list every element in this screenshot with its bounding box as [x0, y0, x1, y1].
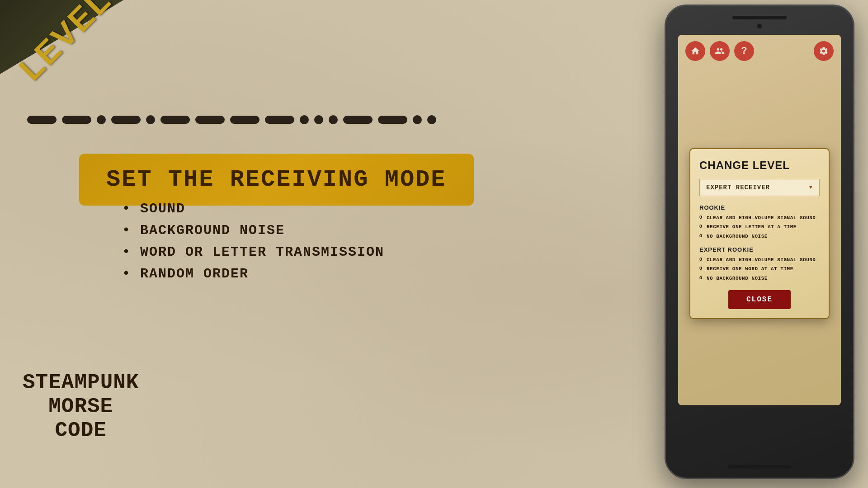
app-title-line2: MORSE [23, 395, 139, 419]
morse-dash [265, 116, 294, 124]
rookie-item-2: RECEIVE ONE LETTER AT A TIME [699, 224, 820, 230]
morse-dash [230, 116, 259, 124]
app-title: STEAMPUNK MORSE CODE [23, 371, 139, 443]
morse-dot [413, 115, 422, 124]
morse-dash [195, 116, 225, 124]
morse-dash [378, 116, 407, 124]
app-title-line3: CODE [23, 419, 139, 443]
morse-dot [97, 115, 106, 124]
rookie-item-3: NO BACKGROUND NOISE [699, 233, 820, 240]
morse-dot [329, 115, 338, 124]
morse-dot [314, 115, 323, 124]
expert-rookie-title: EXPERT ROOKIE [699, 246, 820, 253]
morse-dash [160, 116, 190, 124]
expert-rookie-section: EXPERT ROOKIE CLEAR AND HIGH-VOLUME SIGN… [699, 246, 820, 282]
close-button[interactable]: CLOSE [728, 290, 791, 309]
rookie-section: ROOKIE CLEAR AND HIGH-VOLUME SIGNAL SOUN… [699, 204, 820, 240]
morse-dash [111, 116, 141, 124]
dropdown-value: EXPERT RECEIVER [706, 184, 770, 191]
list-item: BACKGROUND NOISE [122, 223, 384, 238]
morse-dot [146, 115, 155, 124]
modal-overlay: CHANGE LEVEL EXPERT RECEIVER ▼ ROOKIE CL… [678, 35, 841, 405]
feature-list: SOUND BACKGROUND NOISE WORD OR LETTER TR… [122, 201, 384, 282]
rookie-title: ROOKIE [699, 204, 820, 211]
morse-dash [27, 116, 57, 124]
morse-dot [427, 115, 436, 124]
corner-banner: LEVEL [0, 0, 145, 90]
main-banner: SET THE RECEIVING MODE [79, 154, 474, 206]
app-title-line1: STEAMPUNK [23, 371, 139, 395]
list-item: SOUND [122, 201, 384, 216]
phone-device: ? CHANGE LEVEL EXPERT RECEIVER ▼ ROOKIE … [665, 5, 854, 479]
bullet-list: SOUND BACKGROUND NOISE WORD OR LETTER TR… [122, 201, 384, 288]
morse-dash [62, 116, 91, 124]
list-item: WORD OR LETTER TRANSMISSION [122, 244, 384, 260]
phone-screen: ? CHANGE LEVEL EXPERT RECEIVER ▼ ROOKIE … [678, 35, 841, 405]
phone-speaker-top [732, 16, 787, 19]
expert-rookie-item-3: NO BACKGROUND NOISE [699, 275, 820, 282]
level-dropdown[interactable]: EXPERT RECEIVER ▼ [699, 179, 820, 196]
morse-dash [343, 116, 373, 124]
main-banner-text: SET THE RECEIVING MODE [106, 166, 447, 193]
expert-rookie-item-1: CLEAR AND HIGH-VOLUME SIGNAL SOUND [699, 257, 820, 263]
expert-rookie-item-2: RECEIVE ONE WORD AT AT TIME [699, 266, 820, 272]
phone-camera [756, 23, 763, 29]
rookie-item-1: CLEAR AND HIGH-VOLUME SIGNAL SOUND [699, 215, 820, 221]
morse-dot [300, 115, 309, 124]
list-item: RANDOM ORDER [122, 266, 384, 282]
chevron-down-icon: ▼ [809, 184, 813, 191]
morse-line [27, 115, 452, 124]
change-level-modal: CHANGE LEVEL EXPERT RECEIVER ▼ ROOKIE CL… [689, 148, 830, 319]
modal-title: CHANGE LEVEL [699, 159, 820, 172]
phone-speaker-bottom [728, 465, 791, 469]
